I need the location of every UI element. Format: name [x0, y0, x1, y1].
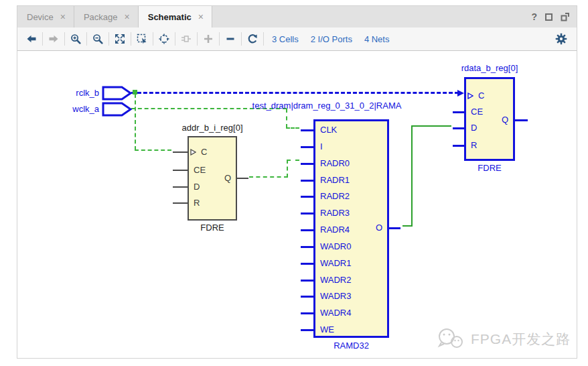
net-rclk-b[interactable] [131, 92, 459, 94]
port-symbol-rclk-b[interactable] [102, 86, 133, 101]
pin-r[interactable]: R [189, 197, 236, 209]
pin-c[interactable]: C [189, 146, 236, 158]
remove-icon[interactable] [222, 30, 239, 48]
pin-stub [453, 127, 466, 129]
cells-link[interactable]: 3 Cells [272, 34, 299, 44]
net-arrowhead-icon [457, 90, 464, 97]
cell-instance-label: addr_b_i_reg[0] [167, 123, 257, 133]
port-label-rclk-b[interactable]: rclk_b [44, 88, 99, 98]
settings-gear-icon[interactable] [553, 30, 570, 48]
toolbar-separator [64, 32, 65, 46]
zoom-fit-icon[interactable] [111, 30, 129, 48]
pin-stub [301, 246, 315, 248]
regenerate-icon[interactable] [244, 30, 261, 48]
autofit-selection-icon[interactable] [155, 30, 173, 48]
pin-stub [301, 212, 315, 215]
pin-stub [301, 263, 315, 265]
net-ram-o-to-d[interactable] [411, 125, 451, 127]
net-wclk-a[interactable] [286, 127, 299, 129]
window-controls: ? [531, 6, 577, 27]
io-ports-link[interactable]: 2 I/O Ports [311, 34, 352, 44]
cell-addr-b-i-reg[interactable]: C CE D R Q [188, 136, 237, 221]
schematic-window: Device × Package × Schematic × ? [17, 5, 577, 359]
pin-q[interactable]: Q [486, 114, 513, 126]
pin-stub [173, 170, 189, 171]
pin-radr1[interactable]: RADR1 [315, 174, 382, 186]
pin-wadr0[interactable]: WADR0 [315, 241, 382, 253]
pin-wadr3[interactable]: WADR3 [315, 290, 382, 302]
toolbar-separator [197, 32, 198, 46]
toolbar-separator [175, 32, 175, 46]
cell-type-label: RAMD32 [313, 341, 389, 351]
help-icon[interactable]: ? [531, 11, 537, 22]
pin-stub [173, 202, 189, 204]
pin-we[interactable]: WE [315, 324, 382, 336]
add-icon[interactable] [200, 30, 217, 48]
toolbar-separator [241, 32, 242, 46]
tab-schematic[interactable]: Schematic × [139, 6, 212, 27]
maximize-icon[interactable] [545, 13, 553, 21]
pin-c[interactable]: C [466, 90, 513, 102]
pin-radr0[interactable]: RADR0 [315, 158, 382, 170]
net-junction-dot [133, 90, 137, 95]
pin-wadr2[interactable]: WADR2 [315, 274, 382, 286]
float-window-icon[interactable] [561, 12, 570, 21]
pin-radr2[interactable]: RADR2 [315, 190, 382, 202]
pin-wadr4[interactable]: WADR4 [315, 307, 382, 319]
close-icon[interactable]: × [198, 12, 204, 21]
zoom-in-icon[interactable] [67, 30, 84, 48]
pin-stub [453, 111, 466, 113]
pin-clk[interactable]: CLK [315, 124, 382, 136]
pin-stub [453, 145, 466, 147]
pin-stub [301, 229, 315, 231]
clock-triangle-icon [190, 149, 196, 156]
pin-q[interactable]: Q [209, 172, 236, 184]
pin-o[interactable]: O [360, 222, 387, 234]
net-branch-to-addr-c[interactable] [135, 149, 171, 151]
net-addr-q-to-radr0[interactable] [287, 160, 288, 178]
pin-stub [301, 196, 315, 198]
pin-i[interactable]: I [315, 141, 382, 153]
pin-stub [301, 280, 315, 282]
schematic-toolbar: 3 Cells 2 I/O Ports 4 Nets [17, 27, 577, 50]
wechat-logo-icon [436, 327, 465, 351]
forward-icon[interactable] [45, 30, 62, 48]
cell-ramd32[interactable]: CLK I RADR0 RADR1 RADR2 RADR3 RADR4 [313, 119, 389, 338]
tab-device[interactable]: Device × [17, 6, 74, 27]
pin-stub [173, 186, 189, 188]
net-branch-to-addr-c[interactable] [135, 94, 136, 150]
net-addr-q-to-radr0[interactable] [249, 176, 288, 178]
expand-cone-icon[interactable] [177, 30, 195, 48]
close-icon[interactable]: × [60, 12, 66, 21]
watermark-text: FPGA开发之路 [471, 330, 571, 349]
pin-stub [301, 329, 315, 331]
back-icon[interactable] [23, 30, 40, 48]
pin-r[interactable]: R [466, 139, 513, 151]
cell-instance-label: rdata_b_reg[0] [444, 63, 535, 73]
port-symbol-wclk-a[interactable] [102, 102, 133, 117]
tab-package-label: Package [84, 12, 118, 22]
pin-stub [301, 312, 315, 314]
net-addr-q-to-radr0[interactable] [287, 160, 299, 161]
pin-stub [301, 180, 315, 182]
toolbar-separator [86, 32, 87, 46]
pin-radr3[interactable]: RADR3 [315, 207, 382, 219]
toolbar-separator [42, 32, 43, 46]
nets-link[interactable]: 4 Nets [364, 34, 390, 44]
zoom-selection-icon[interactable] [133, 30, 151, 48]
zoom-out-icon[interactable] [89, 30, 106, 48]
tab-bar: Device × Package × Schematic × ? [17, 6, 577, 27]
net-wclk-a[interactable] [286, 109, 287, 128]
toolbar-separator [108, 32, 109, 46]
pin-wadr1[interactable]: WADR1 [315, 257, 382, 269]
close-icon[interactable]: × [125, 12, 130, 21]
schematic-canvas[interactable]: rclk_b wclk_a addr_b_i_reg[0] C CE D [17, 50, 577, 358]
tab-package[interactable]: Package × [74, 6, 139, 27]
pin-stub [301, 146, 315, 148]
watermark: FPGA开发之路 [436, 327, 571, 351]
pin-stub [301, 163, 315, 165]
net-ram-o-to-d[interactable] [411, 125, 413, 227]
pin-stub [513, 119, 528, 121]
cell-rdata-b-reg[interactable]: C CE D R Q [464, 77, 515, 161]
port-label-wclk-a[interactable]: wclk_a [44, 104, 99, 114]
